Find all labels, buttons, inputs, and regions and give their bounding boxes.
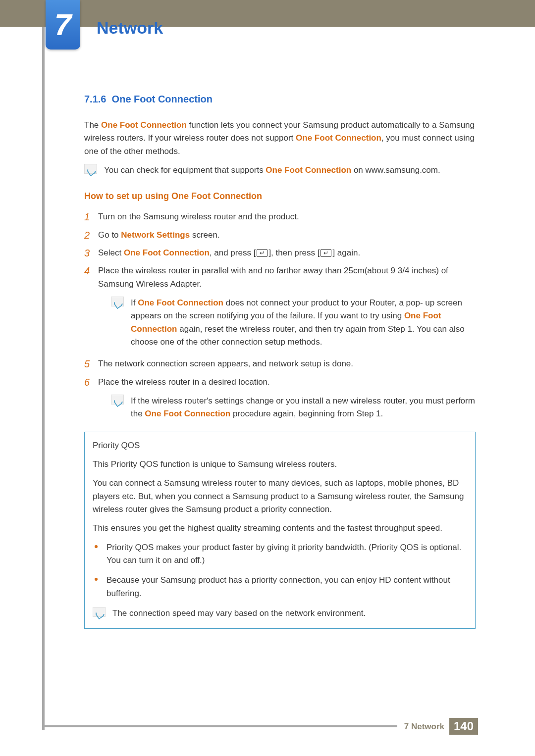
- text: screen.: [190, 230, 219, 240]
- step-6: Place the wireless router in a desired l…: [84, 376, 476, 421]
- qos-p1: This Priority QOS function is unique to …: [93, 458, 467, 471]
- note-text: You can check for equipment that support…: [104, 164, 440, 177]
- note-icon: [111, 297, 124, 306]
- footer-line: [42, 725, 397, 735]
- note-equipment-check: You can check for equipment that support…: [84, 164, 476, 177]
- step-1: Turn on the Samsung wireless router and …: [84, 210, 476, 223]
- text: Place the wireless router in a desired l…: [98, 377, 270, 387]
- text: on www.samsung.com.: [351, 165, 440, 175]
- highlight: One Foot Connection: [138, 298, 223, 307]
- qos-p3: This ensures you get the highest quality…: [93, 522, 467, 535]
- text: ] again.: [332, 248, 360, 257]
- footer: 7 Network 140: [42, 718, 478, 735]
- step-2: Go to Network Settings screen.: [84, 229, 476, 242]
- note-step4: If One Foot Connection does not connect …: [111, 297, 476, 349]
- highlight: One Foot Connection: [296, 133, 381, 143]
- chapter-number-badge: 7: [46, 0, 80, 50]
- section-heading: 7.1.6 One Foot Connection: [84, 92, 476, 107]
- enter-icon: [257, 249, 268, 257]
- text: Go to: [98, 230, 121, 240]
- priority-qos-box: Priority QOS This Priority QOS function …: [84, 432, 476, 629]
- footer-label: 7 Network: [397, 718, 449, 735]
- intro-paragraph: The One Foot Connection function lets yo…: [84, 119, 476, 158]
- text: ], then press [: [268, 248, 320, 257]
- note-icon: [93, 607, 106, 617]
- highlight: One Foot Connection: [266, 165, 351, 175]
- note-text: If the wireless router's settings change…: [131, 395, 476, 421]
- highlight: Network Settings: [121, 230, 190, 240]
- note-icon: [111, 395, 124, 404]
- text: You can check for equipment that support…: [104, 165, 266, 175]
- side-strip: [42, 27, 45, 730]
- step-5: The network connection screen appears, a…: [84, 357, 476, 370]
- page-content: 7.1.6 One Foot Connection The One Foot C…: [84, 92, 476, 629]
- text: , and press [: [210, 248, 256, 257]
- qos-title: Priority QOS: [93, 439, 467, 452]
- howto-heading: How to set up using One Foot Connection: [84, 190, 476, 203]
- note-step6: If the wireless router's settings change…: [111, 395, 476, 421]
- enter-icon: [321, 249, 331, 257]
- highlight: One Foot Connection: [145, 409, 230, 418]
- qos-bullets: Priority QOS makes your product faster b…: [93, 541, 467, 600]
- highlight: One Foot Connection: [124, 248, 210, 257]
- text: The: [84, 120, 101, 130]
- note-text: If One Foot Connection does not connect …: [131, 297, 476, 349]
- chapter-title: Network: [97, 15, 163, 41]
- qos-p2: You can connect a Samsung wireless route…: [93, 477, 467, 516]
- section-title: One Foot Connection: [112, 94, 213, 104]
- note-text: The connection speed may vary based on t…: [112, 607, 366, 620]
- page-number: 140: [449, 718, 478, 735]
- note-icon: [84, 164, 97, 174]
- text: Select: [98, 248, 124, 257]
- section-number: 7.1.6: [84, 94, 106, 104]
- header-bar: [0, 0, 535, 27]
- text: Place the wireless router in parallel wi…: [98, 266, 448, 288]
- steps-list: Turn on the Samsung wireless router and …: [84, 210, 476, 420]
- text: again, reset the wireless router, and th…: [131, 324, 465, 347]
- step-4: Place the wireless router in parallel wi…: [84, 264, 476, 349]
- text: procedure again, beginning from Step 1.: [230, 409, 383, 418]
- step-3: Select One Foot Connection, and press []…: [84, 247, 476, 259]
- text: If: [131, 298, 138, 307]
- qos-note: The connection speed may vary based on t…: [93, 607, 467, 620]
- highlight: One Foot Connection: [101, 120, 187, 130]
- qos-bullet-2: Because your Samsung product has a prior…: [93, 574, 467, 600]
- qos-bullet-1: Priority QOS makes your product faster b…: [93, 541, 467, 567]
